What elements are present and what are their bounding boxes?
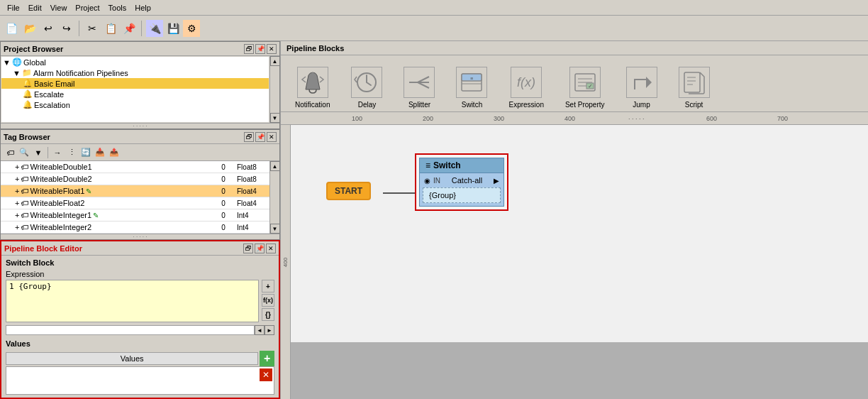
tag-tool-4[interactable]: ⋮ [65,146,78,159]
tag-tool-3[interactable]: → [51,146,64,159]
canvas-area[interactable]: START ≡ Switch [291,125,868,399]
connect-button[interactable]: 🔌 [146,20,163,37]
notification-svg [300,70,326,95]
cut-button[interactable]: ✂ [84,20,101,37]
expr-func-btn[interactable]: f(x) [262,294,274,307]
tool-jump[interactable]: Jump [626,67,657,109]
canvas-bottom-gray [291,342,868,399]
tag-name-5: WriteableInteger2 [30,223,91,231]
delete-value-btn[interactable]: ✕ [260,368,272,381]
tag-tool-dropdown[interactable]: ▼ [32,146,45,159]
tag-tool-6[interactable]: 📥 [94,146,106,159]
redo-button[interactable]: ↪ [58,20,75,37]
tool-script[interactable]: Script [679,67,710,109]
tag-scrollbar: ▲ ▼ [269,161,279,234]
svg-rect-18 [684,72,700,92]
tag-icon-0: 🏷 [21,163,28,171]
editor-close[interactable]: ✕ [266,244,276,253]
menu-project[interactable]: Project [71,2,104,13]
jump-label: Jump [633,101,650,109]
ruler-300: 300 [494,115,504,122]
editor-restore[interactable]: 🗗 [243,244,253,253]
tag-browser-panel: Tag Browser 🗗 📌 ✕ 🏷 🔍 ▼ → ⋮ 🔄 📥 📤 [0,129,280,240]
tree-alarm-pipelines[interactable]: ▼ 📁 Alarm Notification Pipelines [1,67,269,78]
start-label: START [335,186,362,196]
values-table-area: ✕ [6,366,274,395]
menu-edit[interactable]: Edit [24,2,46,13]
new-button[interactable]: 📄 [3,20,20,37]
scroll-right-btn[interactable]: ► [265,325,274,335]
tag-row-1[interactable]: +🏷WriteableDouble2 0 Float8 [1,173,269,185]
splitter-icon [404,67,435,98]
tag-name-0: WriteableDouble1 [30,163,91,171]
tag-browser-controls: 🗗 📌 ✕ [244,132,277,142]
project-browser-close[interactable]: ✕ [267,44,277,54]
tag-row-2[interactable]: +🏷WriteableFloat1✎ 0 Float4 [1,185,269,197]
tool-switch[interactable]: ≡ Switch [456,67,487,109]
tag-tool-1[interactable]: 🏷 [4,146,16,159]
tag-browser-pin[interactable]: 📌 [255,132,265,142]
project-browser-restore[interactable]: 🗗 [244,44,254,54]
scroll-down-btn[interactable]: ▼ [270,113,280,123]
tool-splitter[interactable]: Splitter [404,67,435,109]
tag-row-0[interactable]: +🏷WriteableDouble1 0 Float8 [1,161,269,173]
tag-row-4[interactable]: +🏷WriteableInteger1✎ 0 Int4 [1,209,269,222]
settings-button[interactable]: ⚙ [183,20,200,37]
ruler-100: 100 [352,115,362,122]
tag-scroll-up[interactable]: ▲ [270,161,280,171]
v-ruler-mark: 400 [282,257,289,266]
tag-tool-7[interactable]: 📤 [108,146,121,159]
in-connector: ◉ [424,177,430,185]
tag-row-3[interactable]: +🏷WriteableFloat2 0 Float4 [1,197,269,209]
tree-global[interactable]: ▼ 🌐 Global [1,57,269,67]
tree-basic-email[interactable]: 🔔 Basic Email [1,78,269,89]
menu-help[interactable]: Help [130,2,155,13]
tag-name-4: WriteableInteger1 [30,211,91,219]
canvas-content: 400 START ≡ Switch [281,125,868,399]
tree-escalate-label: Escalate [34,90,64,99]
open-button[interactable]: 📂 [21,20,38,37]
paste-button[interactable]: 📌 [121,20,138,37]
editor-pin[interactable]: 📌 [255,244,265,253]
out-connector: ▶ [494,177,499,185]
tool-delay[interactable]: Delay [351,67,382,109]
expr-brace-btn[interactable]: {} [262,308,274,321]
tag-type-3: Float4 [234,200,269,207]
tool-notification[interactable]: Notification [295,67,330,109]
tool-expression[interactable]: f(x) Expression [508,67,543,109]
switch-svg: ≡ [459,70,484,95]
tag-tool-2[interactable]: 🔍 [18,146,30,159]
tag-browser-close[interactable]: ✕ [267,132,277,142]
tag-tool-5[interactable]: 🔄 [79,146,92,159]
menu-tools[interactable]: Tools [104,2,131,13]
right-panel: Pipeline Blocks Notification [280,41,868,399]
undo-button[interactable]: ↩ [40,20,57,37]
expression-textarea[interactable] [6,280,259,322]
splitter-svg [406,70,432,95]
tag-scroll-down[interactable]: ▼ [270,224,280,234]
save-button[interactable]: 💾 [165,20,182,37]
switch-header-label: Switch [433,160,461,170]
add-value-btn[interactable]: + [260,351,274,366]
copy-button[interactable]: 📋 [102,20,119,37]
separator-2 [141,21,143,36]
tool-set-property[interactable]: ✓ Set Property [565,67,605,109]
project-browser-pin[interactable]: 📌 [255,44,265,54]
switch-container[interactable]: ≡ Switch ◉ IN Catch-all ▶ {Group} [415,153,508,211]
scroll-left-btn[interactable]: ◄ [255,325,265,335]
svg-marker-17 [646,77,652,88]
project-browser-panel: Project Browser 🗗 📌 ✕ ▼ 🌐 Global ▼ [0,41,280,129]
menu-view[interactable]: View [46,2,72,13]
tag-browser-restore[interactable]: 🗗 [244,132,254,142]
expr-plus-btn[interactable]: + [262,280,274,293]
tree-escalation[interactable]: 🔔 Escalation [1,99,269,110]
project-browser-title: Project Browser [4,45,63,53]
tree-escalation-label: Escalation [34,101,70,109]
scroll-up-btn[interactable]: ▲ [270,56,280,66]
tree-escalate[interactable]: 🔔 Escalate [1,89,269,99]
switch-header-icon: ≡ [425,160,430,170]
tag-row-5[interactable]: +🏷WriteableInteger2 0 Int4 [1,222,269,234]
menu-file[interactable]: File [3,2,24,13]
switch-block[interactable]: ≡ Switch ◉ IN Catch-all ▶ {Group} [419,158,504,207]
ruler-600: 600 [706,115,717,122]
